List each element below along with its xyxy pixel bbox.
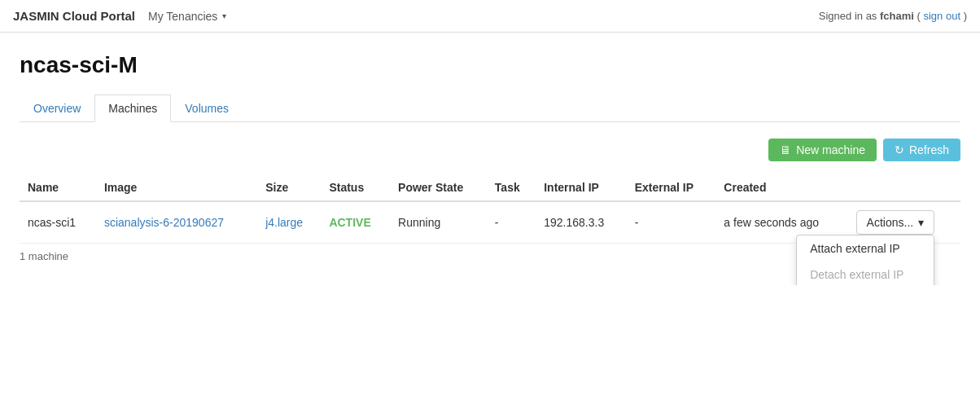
actions-dropdown: Actions... ▾ Attach external IP Detach e… [856,210,935,235]
cell-power-state: Running [390,201,487,244]
tab-volumes[interactable]: Volumes [171,95,243,121]
tenancies-label: My Tenancies [148,10,217,23]
size-link[interactable]: j4.large [265,216,303,229]
navbar-brand: JASMIN Cloud Portal [13,9,135,23]
cell-image: scianalysis-6-20190627 [96,201,257,244]
navbar: JASMIN Cloud Portal My Tenancies ▾ Signe… [0,0,980,33]
cell-external-ip: - [627,201,716,244]
cell-actions: Actions... ▾ Attach external IP Detach e… [848,201,960,244]
username: fchami [880,10,914,22]
signed-in-text: Signed in as [819,10,880,22]
cell-status: ACTIVE [321,201,390,244]
col-header-image: Image [96,174,257,201]
refresh-icon: ↻ [895,143,904,156]
refresh-button[interactable]: ↻ Refresh [883,139,960,161]
sign-out-link[interactable]: sign out [923,10,960,22]
tab-overview[interactable]: Overview [20,95,94,121]
new-machine-label: New machine [796,143,865,156]
col-header-external-ip: External IP [627,174,716,201]
machines-table-container: Name Image Size Status Power State Task … [20,174,960,269]
col-header-status: Status [321,174,390,201]
tenancies-caret-icon: ▾ [222,11,226,20]
tab-machines[interactable]: Machines [94,95,171,122]
action-attach-external-ip[interactable]: Attach external IP [797,235,934,262]
status-badge: ACTIVE [329,216,370,229]
col-header-name: Name [20,174,96,201]
machines-table: Name Image Size Status Power State Task … [20,174,960,244]
tenancies-menu[interactable]: My Tenancies ▾ [148,10,226,23]
action-detach-external-ip: Detach external IP [797,262,934,285]
table-row: ncas-sci1 scianalysis-6-20190627 j4.larg… [20,201,960,244]
cell-internal-ip: 192.168.3.3 [536,201,627,244]
cell-task: - [487,201,536,244]
col-header-created: Created [715,174,847,201]
col-header-internal-ip: Internal IP [536,174,627,201]
table-header-row: Name Image Size Status Power State Task … [20,174,960,201]
cell-size: j4.large [257,201,321,244]
col-header-task: Task [487,174,536,201]
col-header-power-state: Power State [390,174,487,201]
page-title: ncas-sci-M [20,52,960,78]
paren-open: ( [917,10,921,22]
cell-name: ncas-sci1 [20,201,96,244]
auth-info: Signed in as fchami ( sign out ) [819,10,967,22]
main-content: 🖥 New machine ↻ Refresh Name Image Size … [20,122,960,285]
actions-label: Actions... [867,216,914,229]
navbar-left: JASMIN Cloud Portal My Tenancies ▾ [13,9,226,23]
actions-button[interactable]: Actions... ▾ [856,210,935,235]
actions-caret-icon: ▾ [918,216,924,229]
new-machine-button[interactable]: 🖥 New machine [768,139,877,161]
refresh-label: Refresh [909,143,949,156]
paren-close: ) [964,10,967,22]
tabs-container: Overview Machines Volumes [20,95,960,122]
col-header-actions [848,174,960,201]
page-container: ncas-sci-M Overview Machines Volumes 🖥 N… [0,33,980,285]
col-header-size: Size [257,174,321,201]
actions-menu: Attach external IP Detach external IP St… [796,235,934,285]
toolbar: 🖥 New machine ↻ Refresh [20,139,960,161]
image-link[interactable]: scianalysis-6-20190627 [104,216,224,229]
new-machine-icon: 🖥 [780,143,791,156]
